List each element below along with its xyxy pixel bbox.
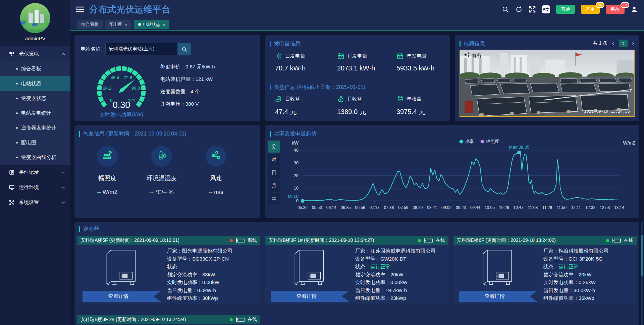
time-tab-分[interactable]: 分	[268, 141, 280, 153]
tab-overview-board[interactable]: 综合看板	[77, 20, 103, 29]
search-icon	[181, 46, 187, 52]
header-accent-bar	[79, 226, 80, 232]
generation-item: 月发电量2073.1 kW·h	[337, 52, 375, 72]
svg-text:08:41: 08:41	[427, 205, 437, 210]
generation-item: 年发电量5933.5 kW·h	[396, 52, 434, 72]
video-pager: 共 1 条 ‹ 1 ›	[593, 40, 634, 47]
svg-text:10:47: 10:47	[514, 205, 524, 210]
menu-collapse-icon[interactable]	[76, 6, 85, 13]
svg-text:96.8: 96.8	[131, 86, 140, 91]
view-details-button[interactable]: 查看详情	[83, 291, 161, 302]
refresh-icon[interactable]	[515, 6, 523, 13]
revenue-value: 1389.0 元	[337, 107, 366, 116]
sidebar-item-operating-environment[interactable]: 运行环境	[0, 180, 70, 195]
detail-label: 设备型号：	[167, 256, 192, 262]
detail-row: 实时发电功率：0.26kW	[543, 278, 609, 286]
detail-label: 厂家：	[167, 248, 182, 254]
generation-panel: 发电量信息 日发电量70.7 kW·h月发电量2073.1 kW·h年发电量59…	[265, 35, 450, 121]
detail-row: 实时发电功率：0.00kW	[167, 278, 232, 286]
inverter-image	[285, 247, 333, 289]
inverter-glyph-icon	[235, 238, 245, 243]
station-search-input[interactable]	[105, 43, 178, 55]
active-tab-dot-icon	[138, 23, 141, 26]
pager-next-icon[interactable]: ›	[632, 40, 634, 46]
scrollbar-thumb[interactable]	[641, 235, 643, 276]
generation-value: 5933.5 kW·h	[396, 64, 434, 72]
user-icon[interactable]	[631, 6, 638, 13]
detail-row: 设备型号：SG33CX-2P-CN	[167, 255, 232, 263]
sidebar-subitem-overview-board[interactable]: 综合看板	[0, 61, 70, 76]
weather-value: -- ℃/-- %	[138, 189, 185, 196]
detail-label: 组件峰值功率：	[543, 295, 579, 301]
tab-station-status[interactable]: 电站状态×	[134, 20, 170, 29]
close-icon[interactable]: ×	[163, 22, 166, 27]
detail-row: 额定交流功率：33kW	[167, 271, 232, 279]
chevron-down-icon	[61, 185, 66, 190]
top-header: 分布式光伏运维平台 A文普通严重96事故12	[70, 0, 644, 19]
time-tab-时[interactable]: 时	[268, 154, 280, 166]
inverter-card-header: 安科瑞A楼5F (更新时间：2021-09-09 18:13:01)离线	[77, 236, 260, 245]
sidebar-subitem-label: 逆变器曲线分析	[21, 154, 56, 161]
weather-item: 环境温湿度-- ℃/-- %	[138, 146, 185, 196]
inverter-card-body: 查看详情厂家：阳光电源股份有限公司设备型号：SG33CX-2P-CN状态：--额…	[77, 245, 260, 304]
revenue-title: 收益信息 (补贴截止日期：2025-01-01)	[274, 84, 365, 91]
events-icon	[9, 169, 15, 175]
inverter-card: 安科瑞E楼6F (更新时间：2021-09-10 13:24:02)在线查看详情…	[453, 236, 637, 304]
time-tab-年[interactable]: 年	[268, 193, 280, 205]
pager-page-1[interactable]: 1	[619, 40, 628, 47]
sidebar-item-event-records[interactable]: 事件记录	[0, 165, 70, 180]
sidebar-subitem-distribution-diagram[interactable]: 配电图	[0, 135, 70, 150]
view-details-button[interactable]: 查看详情	[459, 291, 537, 302]
station-info-row: 逆变器数量：4 个	[160, 85, 215, 98]
detail-label: 厂家：	[355, 248, 370, 254]
sidebar-subitem-inverter-status[interactable]: 逆变器状态	[0, 91, 70, 106]
detail-label: 厂家：	[543, 248, 558, 254]
sidebar-subitem-station-status[interactable]: 电站状态	[0, 76, 70, 91]
close-icon[interactable]: ×	[125, 22, 127, 27]
time-tab-月[interactable]: 月	[268, 180, 280, 192]
sidebar-subitem-inverter-curve-analysis[interactable]: 逆变器曲线分析	[0, 150, 70, 165]
svg-text:功率: 功率	[465, 139, 474, 144]
weather-label: 风速	[193, 174, 239, 182]
sidebar-subitem-inverter-generation-stats[interactable]: 逆变器发电统计	[0, 120, 70, 135]
irradiance-circle	[97, 146, 118, 167]
alert-button-severe[interactable]: 严重96	[581, 5, 600, 14]
app-logo	[20, 3, 51, 34]
generation-value: 2073.1 kW·h	[337, 64, 375, 72]
weather-panel: 气象信息 (更新时间：2021-09-09 20:04:01) 幅照度-- W/…	[74, 125, 260, 218]
svg-text:10:05: 10:05	[485, 205, 495, 210]
alert-button-normal[interactable]: 普通	[556, 5, 575, 14]
svg-text:12:53: 12:53	[600, 205, 610, 210]
time-tab-日[interactable]: 日	[268, 167, 280, 179]
wind-icon	[211, 150, 221, 162]
view-details-button[interactable]: 查看详情	[271, 291, 349, 302]
fullscreen-icon[interactable]	[529, 6, 536, 13]
sidebar-item-pv-generation[interactable]: 光伏发电	[0, 46, 70, 61]
svg-text:07:17: 07:17	[370, 205, 380, 210]
detail-row: 设备型号：GCI-3P20K-5G	[543, 255, 609, 263]
revenue-value: 3975.4 元	[396, 107, 426, 116]
station-name-label: 电站名称	[80, 46, 101, 52]
svg-text:10:26: 10:26	[499, 205, 509, 210]
detail-row: 组件峰值功率：23kWp	[355, 294, 436, 302]
app-root: adminPV 光伏发电综合看板电站状态逆变器状态电站发电统计逆变器发电统计配电…	[0, 0, 644, 325]
logo-illustration-icon	[20, 3, 51, 34]
inverter-card-header: 安科瑞E楼6F (更新时间：2021-09-10 13:24:02)在线	[453, 236, 637, 245]
alert-button-accident[interactable]: 事故12	[606, 5, 625, 14]
pager-prev-icon[interactable]: ‹	[612, 40, 614, 46]
tab-distribution-diagram[interactable]: 配电图×	[105, 20, 131, 29]
bullet-icon	[16, 98, 18, 99]
search-button[interactable]	[178, 43, 191, 55]
inverter-details: 厂家：阳光电源股份有限公司设备型号：SG33CX-2P-CN状态：--额定交流功…	[167, 247, 232, 302]
inverter-glyph-icon	[235, 317, 245, 322]
inverter-card-header: 安科瑞B楼3F 2# (更新时间：2021-09-10 13:24:34)在线	[77, 315, 260, 324]
svg-text:07:59: 07:59	[398, 205, 408, 210]
search-icon[interactable]	[502, 6, 509, 13]
sidebar-subitem-station-generation-stats[interactable]: 电站发电统计	[0, 106, 70, 120]
sidebar-item-system-settings[interactable]: 系统设置	[0, 195, 70, 210]
generation-value: 70.7 kW·h	[275, 64, 306, 72]
translate-icon[interactable]: A文	[542, 5, 550, 13]
revenue-item: 日收益47.4 元	[275, 95, 300, 116]
connection-label: 在线	[436, 237, 445, 243]
tab-bar: 综合看板配电图×电站状态×	[70, 19, 644, 31]
